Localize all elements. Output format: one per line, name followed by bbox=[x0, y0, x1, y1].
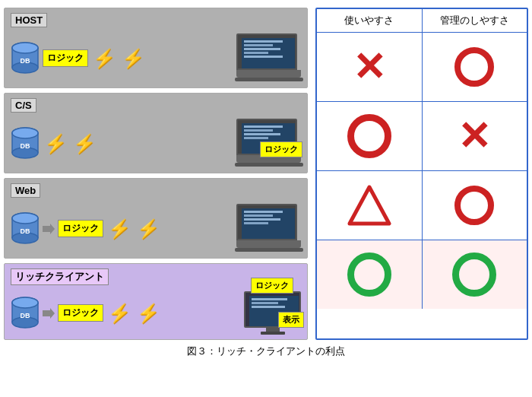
web-label: Web bbox=[11, 183, 40, 198]
svg-point-17 bbox=[12, 213, 38, 224]
x-symbol-cs: ✕ bbox=[458, 116, 491, 156]
svg-text:DB: DB bbox=[21, 57, 30, 65]
cs-logic: ロジック bbox=[260, 141, 302, 157]
web-monitor bbox=[236, 204, 301, 253]
rich-row: リッチクライアント DB ロジック ⚡ ⚡ bbox=[4, 263, 308, 340]
web-ease bbox=[317, 171, 423, 240]
db-icon-web: DB bbox=[11, 212, 40, 246]
table-body: ✕ ✕ bbox=[317, 33, 527, 309]
main-container: HOST DB ロジック ⚡ ⚡ bbox=[4, 8, 528, 340]
table-row-host: ✕ bbox=[317, 33, 527, 102]
table-row-rich bbox=[317, 240, 527, 309]
svg-text:DB: DB bbox=[21, 142, 30, 150]
rich-mgmt bbox=[423, 240, 527, 309]
cs-row: C/S DB ⚡ ⚡ bbox=[4, 93, 308, 173]
svg-point-3 bbox=[12, 43, 38, 53]
cs-inner: DB ⚡ ⚡ bbox=[11, 119, 301, 168]
web-logic: ロジック bbox=[58, 220, 103, 237]
lightning-rich: ⚡ bbox=[108, 303, 131, 324]
o-green-mgmt bbox=[452, 252, 496, 297]
lightning-rich2: ⚡ bbox=[137, 303, 160, 324]
table-row-cs: ✕ bbox=[317, 102, 527, 171]
svg-point-25 bbox=[12, 297, 38, 308]
o-symbol-web bbox=[454, 186, 494, 225]
header-ease-of-use: 使いやすさ bbox=[317, 9, 423, 32]
svg-marker-30 bbox=[350, 187, 389, 224]
arrow-icon-web bbox=[43, 223, 55, 235]
rich-ease bbox=[317, 240, 423, 309]
db-icon-rich: DB bbox=[11, 297, 40, 330]
cs-monitor-with-logic: ロジック bbox=[236, 119, 301, 168]
host-mgmt bbox=[423, 33, 527, 101]
host-logic: ロジック bbox=[43, 49, 88, 67]
host-row: HOST DB ロジック ⚡ ⚡ bbox=[4, 8, 308, 88]
header-ease-of-mgmt: 管理のしやすさ bbox=[423, 9, 527, 32]
x-symbol: ✕ bbox=[353, 47, 386, 87]
rich-display-container: 表示 ロジック bbox=[244, 291, 301, 335]
cs-label: C/S bbox=[11, 98, 36, 113]
arrow-icon-rich bbox=[43, 307, 55, 319]
host-ease: ✕ bbox=[317, 33, 423, 101]
rich-logic-client: ロジック bbox=[251, 278, 293, 294]
db-icon-cs: DB bbox=[11, 127, 40, 160]
svg-text:DB: DB bbox=[21, 312, 30, 319]
lightning-cs2: ⚡ bbox=[73, 133, 96, 154]
host-monitor bbox=[236, 33, 301, 83]
rich-inner: DB ロジック ⚡ ⚡ bbox=[11, 291, 301, 335]
svg-marker-21 bbox=[43, 224, 55, 234]
host-label: HOST bbox=[11, 13, 47, 27]
lightning-cs: ⚡ bbox=[44, 133, 67, 154]
lightning-host2: ⚡ bbox=[122, 48, 144, 69]
left-side: HOST DB ロジック ⚡ ⚡ bbox=[4, 8, 308, 340]
o-green-ease bbox=[347, 252, 391, 297]
cs-mgmt: ✕ bbox=[423, 102, 527, 170]
figure-caption: 図３：リッチ・クライアントの利点 bbox=[187, 345, 345, 358]
web-inner: DB ロジック ⚡ ⚡ bbox=[11, 204, 301, 253]
table-header: 使いやすさ 管理のしやすさ bbox=[317, 9, 527, 33]
svg-text:DB: DB bbox=[21, 227, 30, 235]
rich-logic-server: ロジック bbox=[58, 304, 103, 322]
comparison-table: 使いやすさ 管理のしやすさ ✕ ✕ bbox=[315, 8, 528, 340]
lightning-host: ⚡ bbox=[93, 48, 116, 69]
svg-point-10 bbox=[12, 128, 38, 138]
web-row: Web DB ロジック ⚡ ⚡ bbox=[4, 178, 308, 259]
o-symbol bbox=[454, 47, 494, 87]
triangle-symbol bbox=[347, 184, 392, 227]
lightning-web2: ⚡ bbox=[137, 218, 160, 240]
db-icon-host: DB bbox=[11, 42, 40, 75]
cs-ease bbox=[317, 102, 423, 170]
rich-label: リッチクライアント bbox=[11, 268, 109, 285]
lightning-web: ⚡ bbox=[108, 218, 131, 240]
svg-marker-29 bbox=[43, 308, 55, 319]
o-symbol-cs bbox=[347, 114, 391, 158]
rich-display-label: 表示 bbox=[278, 312, 304, 328]
web-mgmt bbox=[423, 171, 527, 240]
table-row-web bbox=[317, 171, 527, 240]
host-inner: DB ロジック ⚡ ⚡ bbox=[11, 33, 301, 83]
